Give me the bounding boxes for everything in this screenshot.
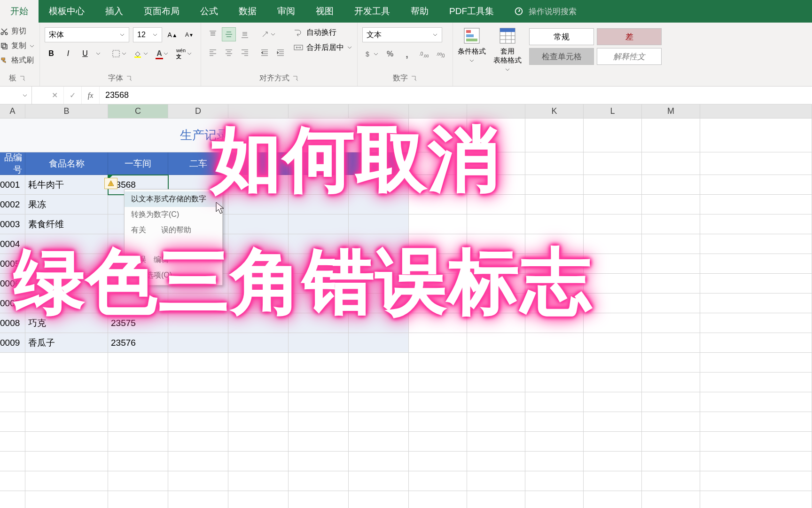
menu-convert-to-number[interactable]: 转换为数字(C) (125, 207, 222, 222)
cell[interactable] (584, 274, 642, 294)
col-header[interactable] (409, 104, 467, 119)
cell[interactable] (409, 254, 467, 274)
cell[interactable] (289, 294, 349, 313)
cell[interactable] (409, 333, 467, 353)
cell[interactable] (584, 392, 642, 412)
cell[interactable] (289, 234, 349, 254)
increase-indent-button[interactable] (273, 45, 288, 59)
copy-button[interactable]: 复制 (0, 41, 35, 51)
col-header[interactable] (467, 104, 525, 119)
cell[interactable] (349, 254, 409, 274)
cell[interactable] (168, 452, 228, 471)
cell[interactable] (349, 432, 409, 452)
cell[interactable] (228, 333, 289, 353)
cell[interactable] (642, 491, 700, 508)
cell[interactable] (584, 175, 642, 195)
cell[interactable] (525, 353, 584, 373)
cell[interactable] (467, 471, 525, 491)
cell[interactable] (584, 234, 642, 254)
cell[interactable] (700, 452, 812, 471)
cell[interactable] (642, 452, 700, 471)
cell[interactable] (525, 432, 584, 452)
cell[interactable] (289, 214, 349, 234)
clipboard-launcher-icon[interactable] (19, 75, 26, 82)
cell[interactable] (349, 175, 409, 195)
number-launcher-icon[interactable] (411, 75, 417, 82)
cell[interactable] (700, 195, 812, 214)
cell[interactable] (25, 452, 108, 471)
style-explanatory[interactable]: 解释性文 (597, 48, 662, 65)
cell[interactable] (642, 392, 700, 412)
align-left-button[interactable] (206, 45, 220, 59)
cell-id[interactable]: 0006 (0, 274, 25, 294)
cell[interactable] (642, 119, 700, 152)
cell[interactable] (642, 214, 700, 234)
cell[interactable] (228, 274, 289, 294)
cell[interactable] (349, 195, 409, 214)
cell[interactable] (409, 412, 467, 432)
cell[interactable] (700, 471, 812, 491)
font-size-combo[interactable]: 12 (133, 27, 162, 42)
cell[interactable] (0, 373, 25, 392)
format-painter-button[interactable]: 格式刷 (0, 56, 35, 65)
cell[interactable] (228, 471, 289, 491)
wrap-text-button[interactable]: 自动换行 (293, 27, 352, 38)
tab-home[interactable]: 开始 (0, 0, 39, 23)
cell[interactable] (409, 152, 467, 175)
cell[interactable] (409, 119, 467, 152)
cell-workshop1[interactable] (108, 294, 168, 313)
col-header-e[interactable] (228, 104, 289, 119)
cell[interactable] (584, 195, 642, 214)
cell[interactable] (25, 412, 108, 432)
cell[interactable] (289, 175, 349, 195)
cell[interactable] (700, 294, 812, 313)
cell[interactable] (409, 214, 467, 234)
cell[interactable] (228, 392, 289, 412)
cell[interactable] (467, 412, 525, 432)
cell[interactable] (467, 353, 525, 373)
cell[interactable] (700, 119, 812, 152)
col-header[interactable] (700, 104, 812, 119)
cell-workshop1[interactable]: 23576 (108, 333, 168, 353)
cell[interactable] (467, 274, 525, 294)
cell[interactable] (525, 175, 584, 195)
cell[interactable] (467, 195, 525, 214)
menu-stored-as-text[interactable]: 以文本形式存储的数字 (125, 191, 222, 207)
cell[interactable] (467, 452, 525, 471)
cell[interactable] (289, 333, 349, 353)
header-workshop2[interactable]: 二车 (168, 152, 228, 175)
cell[interactable] (467, 214, 525, 234)
cell[interactable] (525, 119, 584, 152)
cell[interactable] (467, 152, 525, 175)
cell[interactable] (467, 392, 525, 412)
error-indicator[interactable]: ! (104, 178, 111, 189)
cell[interactable] (525, 373, 584, 392)
chevron-down-icon[interactable] (95, 51, 101, 56)
cell[interactable] (642, 195, 700, 214)
cell[interactable] (349, 471, 409, 491)
cell[interactable] (349, 392, 409, 412)
cell[interactable] (525, 412, 584, 432)
cell[interactable] (700, 491, 812, 508)
cell[interactable] (108, 353, 168, 373)
cell[interactable] (409, 471, 467, 491)
cell[interactable] (0, 432, 25, 452)
tab-review[interactable]: 审阅 (267, 0, 305, 23)
orientation-button[interactable] (258, 27, 279, 41)
fill-color-button[interactable] (132, 47, 150, 60)
header-cell[interactable] (289, 152, 349, 175)
tab-data[interactable]: 数据 (228, 0, 267, 23)
cell[interactable] (108, 452, 168, 471)
cell[interactable] (642, 234, 700, 254)
col-header-m[interactable]: M (642, 104, 700, 119)
cell[interactable] (349, 452, 409, 471)
tab-formulas[interactable]: 公式 (190, 0, 228, 23)
merge-center-button[interactable]: 合并后居中 (293, 42, 352, 53)
cell[interactable] (25, 432, 108, 452)
cell[interactable] (525, 274, 584, 294)
cell[interactable] (0, 392, 25, 412)
cell[interactable] (525, 333, 584, 353)
cell[interactable] (0, 353, 25, 373)
cell[interactable] (700, 234, 812, 254)
cell[interactable] (289, 432, 349, 452)
